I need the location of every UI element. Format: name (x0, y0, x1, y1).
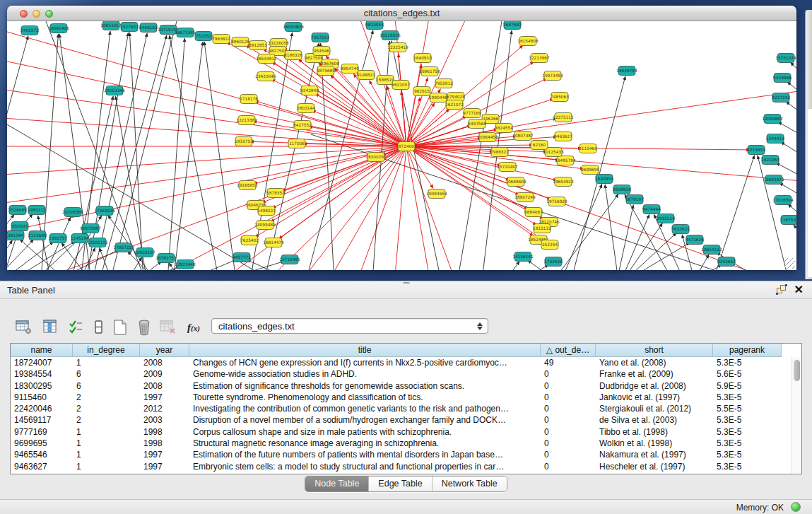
graph-node[interactable]: 6497568 (468, 119, 486, 129)
scrollbar-thumb[interactable] (794, 360, 800, 381)
graph-node[interactable]: 954546 (313, 47, 330, 56)
graph-node[interactable]: 6879197 (625, 195, 644, 204)
graph-node[interactable]: 2115689 (28, 231, 47, 240)
graph-edge[interactable] (174, 146, 406, 270)
graph-node[interactable]: 19384554 (426, 189, 447, 199)
graph-node[interactable]: 1527602 (120, 23, 139, 32)
graph-edge[interactable] (42, 217, 71, 270)
graph-node[interactable]: 16961758 (419, 67, 440, 76)
graph-edge[interactable] (399, 54, 406, 146)
column-header-year[interactable]: year (140, 344, 189, 357)
graph-node[interactable]: 1980112 (28, 206, 46, 215)
graph-edge[interactable] (523, 264, 548, 270)
graph-node[interactable]: 10688609 (505, 177, 526, 187)
graph-node[interactable]: 751552 (195, 32, 212, 41)
graph-node[interactable]: 1244413 (766, 134, 784, 144)
graph-node[interactable]: 9777169 (463, 109, 481, 118)
graph-edge[interactable] (100, 35, 167, 270)
graph-node[interactable]: 1815132 (533, 224, 551, 233)
graph-edge[interactable] (7, 240, 33, 270)
graph-node[interactable]: 7357223 (311, 33, 329, 42)
graph-node[interactable]: 15720407 (497, 163, 518, 172)
graph-node[interactable]: 14099489 (254, 221, 276, 230)
select-rows-icon[interactable] (66, 318, 86, 337)
table-row[interactable]: 1456911722003Disruption of a novel membe… (11, 414, 792, 426)
graph-edge[interactable] (306, 30, 373, 270)
graph-node[interactable]: 10958107 (134, 248, 155, 257)
column-header-out_de[interactable]: △ out_de… (541, 344, 596, 357)
graph-node[interactable]: 8813054 (365, 21, 384, 30)
graph-node[interactable]: 2392757 (49, 234, 67, 243)
graph-node[interactable]: 9227342 (772, 93, 790, 103)
graph-node[interactable]: 252254 (541, 240, 558, 250)
graph-hub-node[interactable]: 18724007 (396, 142, 417, 151)
graph-edge[interactable] (272, 62, 406, 146)
graph-node[interactable]: 7963822 (212, 35, 230, 44)
graph-node[interactable]: 2526065 (8, 206, 27, 215)
graph-node[interactable]: 1840910 (413, 54, 432, 63)
graph-node[interactable]: 20053346 (104, 86, 125, 95)
column-header-in_degree[interactable]: in_degree (73, 344, 140, 357)
graph-node[interactable]: 18300295 (365, 153, 387, 162)
graph-edge[interactable] (505, 261, 519, 270)
graph-edge[interactable] (7, 146, 406, 202)
graph-node[interactable]: 9884067 (524, 208, 543, 217)
graph-node[interactable]: 2935114 (657, 214, 675, 223)
graph-node[interactable]: 20206566 (62, 208, 83, 217)
graph-node[interactable]: 17957223 (113, 243, 134, 252)
graph-node[interactable]: 850503 (11, 222, 28, 231)
graph-edge[interactable] (406, 146, 433, 188)
graph-node[interactable]: 18495794 (555, 156, 576, 165)
graph-node[interactable]: 9699695 (581, 165, 599, 175)
graph-node[interactable]: 23420046 (255, 72, 276, 81)
graph-edge[interactable] (315, 93, 406, 146)
graph-edge[interactable] (7, 242, 54, 270)
graph-edge[interactable] (204, 42, 236, 270)
graph-node[interactable]: 1167533 (780, 216, 796, 225)
graph-node[interactable]: 9146821 (357, 71, 375, 80)
table-row[interactable]: 969969511998Structural magnetic resonanc… (11, 438, 792, 449)
graph-node[interactable]: 9242848 (300, 86, 319, 95)
graph-node[interactable]: 6466162 (139, 23, 158, 33)
graph-edge[interactable] (326, 56, 406, 146)
graph-edge[interactable] (781, 142, 796, 157)
graph-node[interactable]: 16154808 (517, 37, 539, 46)
graph-node[interactable]: 6822057 (392, 81, 410, 90)
graph-node[interactable]: 15716485 (279, 255, 300, 264)
splitter-grip[interactable] (403, 282, 410, 286)
table-row[interactable]: 911546021997Tourette syndrome. Phenomeno… (11, 392, 792, 403)
graph-edge[interactable] (278, 146, 406, 270)
graph-edge[interactable] (617, 205, 633, 270)
graph-edge[interactable] (7, 62, 406, 146)
graph-node[interactable]: 8854749 (341, 64, 359, 74)
graph-node[interactable]: 1498222 (257, 206, 276, 216)
graph-node[interactable]: 10807487 (512, 132, 534, 141)
graph-node[interactable]: 9245652 (717, 257, 736, 267)
table-row[interactable]: 946362711997Embryonic stem cells: a mode… (11, 461, 792, 472)
table-row[interactable]: 1938455462009Genome-wide association stu… (11, 368, 792, 380)
graph-node[interactable]: 15751074 (775, 54, 796, 63)
graph-node[interactable]: 391594 (7, 231, 24, 240)
graph-node[interactable]: 12213383 (236, 116, 257, 125)
close-panel-icon[interactable]: ✕ (794, 283, 804, 296)
row-height-icon[interactable] (89, 318, 109, 337)
column-header-title[interactable]: title (189, 344, 541, 357)
graph-node[interactable]: 1640954 (595, 175, 613, 184)
graph-edge[interactable] (790, 62, 796, 76)
graph-edge[interactable] (335, 146, 406, 270)
graph-node[interactable]: 7632621 (671, 225, 690, 234)
column-header-short[interactable]: short (596, 344, 713, 357)
graph-node[interactable]: 12213967 (529, 54, 550, 63)
graph-node[interactable]: 16053809 (283, 23, 304, 32)
graph-node[interactable]: 8860128 (231, 37, 249, 47)
graph-node[interactable]: 5878352 (266, 189, 285, 198)
graph-node[interactable]: 12375115 (553, 113, 574, 122)
graph-node[interactable]: 1621063 (761, 156, 779, 165)
table-row[interactable]: 977716911998Corpus callosum shape and si… (11, 426, 792, 438)
graph-edge[interactable] (7, 118, 406, 146)
graph-node[interactable]: 62160 (531, 141, 548, 150)
graph-node[interactable]: 19218506 (379, 31, 401, 40)
graph-edge[interactable] (561, 184, 602, 270)
graph-node[interactable]: 18907249 (514, 193, 536, 202)
graph-edge[interactable] (38, 216, 51, 270)
